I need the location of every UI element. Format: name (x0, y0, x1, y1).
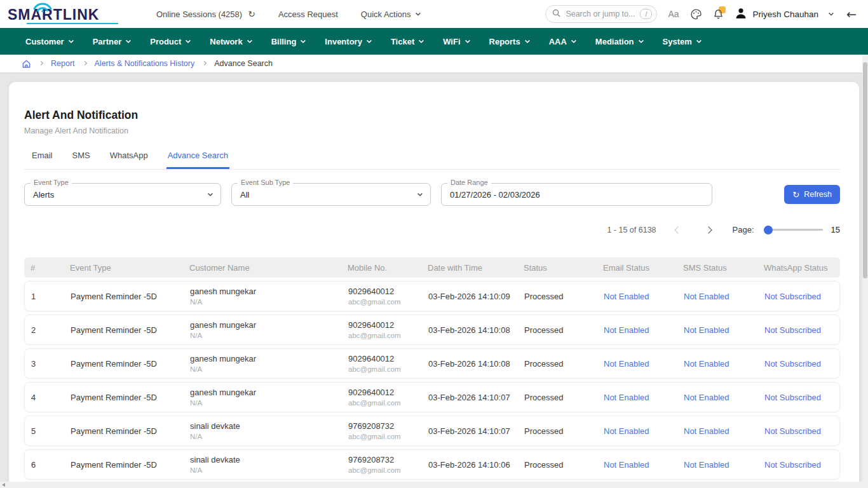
scroll-left-arrow-icon[interactable] (2, 483, 5, 487)
datetime-cell: 03-Feb-2026 14:10:08 (422, 325, 518, 335)
event-type-cell: Payment Reminder -5D (64, 325, 184, 335)
nav-item-label: System (663, 37, 692, 46)
whatsapp-status-link[interactable]: Not Subscribed (758, 292, 841, 301)
breadcrumb-link-alerts-notifications-history[interactable]: Alerts & Notifications History (95, 59, 195, 68)
nav-item-product[interactable]: Product (150, 37, 190, 46)
sms-status-link[interactable]: Not Enabled (677, 426, 758, 436)
whatsapp-status-link[interactable]: Not Subscribed (758, 460, 841, 470)
search-input[interactable] (564, 9, 636, 19)
online-sessions-label: Online Sessions (4258) (156, 10, 242, 19)
customer-name: sinali devkate (190, 455, 342, 464)
collapse-arrow-icon[interactable]: ← (846, 7, 857, 21)
pagination-range: 1 - 15 of 6138 (607, 226, 656, 234)
table-row[interactable]: 1Payment Reminder -5Dganesh mungekarN/A9… (24, 281, 840, 311)
email-status-link[interactable]: Not Enabled (597, 325, 677, 335)
whatsapp-status-link[interactable]: Not Subscribed (758, 325, 841, 335)
home-icon[interactable] (22, 59, 31, 69)
chevron-down-icon (696, 37, 702, 43)
customer-name: ganesh mungekar (190, 287, 342, 296)
smartlink-logo[interactable]: SMARTLINK (8, 2, 121, 26)
email-status-link[interactable]: Not Enabled (597, 426, 677, 436)
nav-item-ticket[interactable]: Ticket (391, 37, 423, 46)
sms-status-link[interactable]: Not Enabled (677, 292, 758, 301)
mobile-number: 9029640012 (348, 388, 422, 397)
status-cell: Processed (518, 393, 597, 402)
date-range-input[interactable]: Date Range 01/27/2026 - 02/03/2026 (441, 183, 712, 206)
whatsapp-status-link[interactable]: Not Subscribed (758, 393, 841, 402)
customer-name-cell: ganesh mungekarN/A (184, 388, 342, 407)
chevron-down-icon (126, 37, 131, 43)
vertical-scrollbar-thumb[interactable] (863, 62, 867, 278)
email-status-link[interactable]: Not Enabled (597, 460, 677, 470)
tab-advance-search[interactable]: Advance Search (166, 151, 229, 169)
vertical-scrollbar[interactable] (862, 55, 868, 482)
email-status-link[interactable]: Not Enabled (597, 292, 677, 301)
slider-thumb[interactable] (764, 226, 773, 234)
refresh-sessions-icon[interactable]: ↻ (248, 9, 255, 19)
mobile-number: 9029640012 (348, 354, 422, 363)
refresh-button[interactable]: ↻ Refresh (784, 185, 840, 204)
page-size-slider[interactable] (764, 226, 823, 234)
topbar-menu: Online Sessions (4258) ↻ Access Request … (156, 9, 420, 19)
nav-item-partner[interactable]: Partner (93, 37, 131, 46)
event-type-select[interactable]: Event Type Alerts (24, 183, 221, 206)
search-icon (552, 8, 560, 20)
tab-email[interactable]: Email (31, 151, 54, 169)
row-index: 1 (25, 292, 64, 301)
event-type-cell: Payment Reminder -5D (64, 393, 184, 402)
next-page-icon[interactable] (705, 226, 712, 233)
mobile-cell: 9029640012abc@gmail.com (342, 287, 422, 306)
table-row[interactable]: 6Payment Reminder -5Dsinali devkateN/A97… (24, 449, 840, 480)
sms-status-link[interactable]: Not Enabled (677, 460, 758, 470)
user-menu[interactable]: Priyesh Chauhan (735, 7, 834, 22)
nav-item-label: Product (150, 37, 181, 46)
nav-item-billing[interactable]: Billing (271, 37, 306, 46)
nav-item-label: Reports (489, 37, 520, 46)
tab-whatsapp[interactable]: WhatsApp (109, 151, 149, 169)
breadcrumb-link-report[interactable]: Report (51, 59, 75, 68)
whatsapp-status-link[interactable]: Not Subscribed (758, 426, 841, 436)
horizontal-scrollbar[interactable] (0, 482, 868, 488)
notifications-bell-icon[interactable] (713, 8, 724, 20)
chevron-down-icon (186, 37, 191, 43)
table-row[interactable]: 2Payment Reminder -5Dganesh mungekarN/A9… (24, 315, 840, 345)
breadcrumb: ReportAlerts & Notifications HistoryAdva… (0, 55, 868, 72)
nav-item-label: Ticket (391, 37, 414, 46)
table-row[interactable]: 3Payment Reminder -5Dganesh mungekarN/A9… (24, 348, 840, 379)
nav-item-mediation[interactable]: Mediation (595, 37, 643, 46)
font-size-toggle[interactable]: Aa (668, 9, 679, 19)
nav-item-system[interactable]: System (663, 37, 701, 46)
refresh-icon: ↻ (792, 190, 799, 200)
column-header-date-with-time: Date with Time (421, 263, 517, 273)
event-sub-type-select[interactable]: Event Sub Type All (231, 183, 431, 206)
column-header-event-type: Event Type (64, 263, 183, 273)
column-header-email-status: Email Status (597, 263, 677, 273)
whatsapp-status-link[interactable]: Not Subscribed (758, 359, 841, 369)
access-request-link[interactable]: Access Request (278, 10, 338, 19)
previous-page-icon[interactable] (674, 226, 681, 233)
nav-item-wifi[interactable]: WiFi (443, 37, 469, 46)
tab-sms[interactable]: SMS (71, 151, 92, 169)
table-row[interactable]: 4Payment Reminder -5Dganesh mungekarN/A9… (24, 382, 840, 412)
email-status-link[interactable]: Not Enabled (597, 393, 677, 402)
theme-palette-icon[interactable] (690, 8, 702, 20)
customer-sub: N/A (190, 433, 342, 440)
chevron-down-icon (208, 191, 213, 196)
column-header-sms-status: SMS Status (677, 263, 757, 273)
quick-actions-menu[interactable]: Quick Actions (361, 10, 420, 19)
nav-item-aaa[interactable]: AAA (549, 37, 576, 46)
sms-status-link[interactable]: Not Enabled (677, 359, 758, 369)
global-search[interactable]: / (545, 5, 657, 23)
sms-status-link[interactable]: Not Enabled (677, 393, 758, 402)
nav-item-reports[interactable]: Reports (489, 37, 529, 46)
sms-status-link[interactable]: Not Enabled (677, 325, 758, 335)
email-status-link[interactable]: Not Enabled (597, 359, 677, 369)
customer-name: sinali devkate (190, 421, 342, 431)
nav-item-customer[interactable]: Customer (25, 37, 73, 46)
table-row[interactable]: 5Payment Reminder -5Dsinali devkateN/A97… (24, 416, 840, 446)
nav-item-network[interactable]: Network (210, 37, 251, 46)
page-size-value: 15 (831, 225, 840, 234)
nav-item-label: Network (210, 37, 242, 46)
nav-item-inventory[interactable]: Inventory (325, 37, 371, 46)
customer-email: abc@gmail.com (348, 433, 422, 440)
